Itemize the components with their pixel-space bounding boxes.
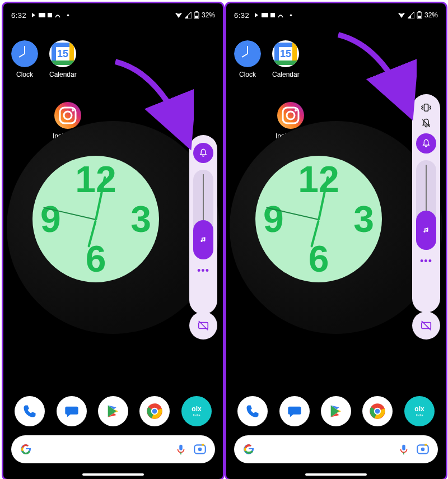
music-note-icon <box>199 236 207 244</box>
clock-app-icon <box>234 40 261 67</box>
status-bar: 6:32 • 32% <box>3 3 223 24</box>
app-label: Clock <box>16 71 33 78</box>
svg-text:15: 15 <box>57 48 68 59</box>
svg-point-54 <box>375 409 380 414</box>
dock-phone[interactable] <box>237 396 268 426</box>
annotation-arrow <box>333 29 417 124</box>
more-volume-button[interactable]: ••• <box>197 265 209 277</box>
nav-handle[interactable] <box>305 473 367 476</box>
app-clock[interactable]: Clock <box>11 40 38 78</box>
svg-rect-57 <box>402 445 405 450</box>
dock: olxIndia <box>226 396 446 426</box>
svg-rect-33 <box>418 11 421 12</box>
ring-mode-button[interactable] <box>193 143 213 163</box>
slider-track-line <box>203 174 204 220</box>
app-calendar[interactable]: 15 Calendar <box>49 40 77 78</box>
status-bar: 6:32 • 32% <box>226 3 446 24</box>
dock-phone[interactable] <box>15 396 45 426</box>
status-battery: 32% <box>202 11 215 19</box>
svg-rect-61 <box>424 444 427 445</box>
svg-text:India: India <box>416 413 423 417</box>
vibrate-icon <box>420 103 432 113</box>
olx-icon: olxIndia <box>185 403 208 419</box>
media-volume-slider[interactable] <box>416 160 436 250</box>
mute-mode-button[interactable] <box>416 117 436 130</box>
svg-point-47 <box>295 109 297 111</box>
svg-rect-12 <box>52 61 74 65</box>
mic-icon[interactable] <box>175 443 187 455</box>
nav-handle[interactable] <box>82 473 144 476</box>
slider-track-line <box>426 165 427 211</box>
bell-off-icon <box>421 118 432 129</box>
phone-icon <box>22 403 38 419</box>
search-bar[interactable] <box>11 435 215 463</box>
svg-rect-29 <box>202 444 204 445</box>
slider-thumb[interactable] <box>193 220 213 259</box>
signal-icon <box>185 12 192 18</box>
dock-messages[interactable] <box>279 396 310 426</box>
battery-icon <box>417 11 422 19</box>
caption-toggle[interactable] <box>412 311 440 340</box>
svg-text:15: 15 <box>280 48 291 59</box>
status-dot: • <box>67 11 69 20</box>
dock-chrome[interactable] <box>362 396 393 426</box>
caption-off-icon <box>420 319 432 332</box>
svg-rect-4 <box>195 16 198 18</box>
vibrate-mode-button[interactable] <box>416 101 436 114</box>
svg-text:olx: olx <box>414 405 424 413</box>
caption-toggle[interactable] <box>189 311 217 340</box>
more-volume-button[interactable]: ••• <box>420 255 432 267</box>
svg-rect-3 <box>195 11 198 12</box>
dock-olx[interactable]: olxIndia <box>181 396 212 426</box>
lens-icon[interactable] <box>193 442 207 457</box>
clock-app-icon <box>11 40 38 67</box>
caption-off-icon <box>197 319 209 332</box>
dock-olx[interactable]: olxIndia <box>404 396 435 426</box>
volume-panel-expanded[interactable]: ••• <box>412 94 440 313</box>
clock-num-12: 12 <box>75 158 116 201</box>
google-g-icon <box>19 443 32 456</box>
lens-icon[interactable] <box>416 442 430 457</box>
search-bar[interactable] <box>234 435 438 463</box>
dock-messages[interactable] <box>57 396 87 426</box>
svg-point-28 <box>198 448 202 452</box>
dock: olxIndia <box>3 396 223 426</box>
ring-mode-button[interactable] <box>416 133 436 154</box>
clock-widget[interactable]: 12 3 6 9 <box>32 156 159 282</box>
clock-widget[interactable]: 12 3 6 9 <box>255 156 382 282</box>
clock-num-9: 9 <box>40 198 61 240</box>
svg-rect-1 <box>48 13 52 17</box>
dock-play-store[interactable] <box>321 396 351 426</box>
phone-icon <box>245 403 260 419</box>
calendar-app-icon: 15 <box>49 40 76 67</box>
bell-icon <box>421 138 431 148</box>
chrome-icon <box>369 403 386 420</box>
play-store-icon <box>328 403 344 419</box>
svg-text:olx: olx <box>192 405 202 413</box>
media-volume-slider[interactable] <box>193 170 213 259</box>
messages-icon <box>64 403 80 419</box>
play-store-icon <box>105 403 121 419</box>
status-icons-left <box>30 12 63 18</box>
dock-chrome[interactable] <box>139 396 170 426</box>
svg-rect-42 <box>274 61 297 65</box>
phone-right: 6:32 • 32% Clock 15 Calendar Instagram 1… <box>225 2 447 479</box>
mic-icon[interactable] <box>398 443 410 455</box>
svg-point-17 <box>72 109 74 111</box>
app-row-1: Clock 15 Calendar <box>11 40 77 78</box>
clock-num-12: 12 <box>298 158 339 201</box>
calendar-app-icon: 15 <box>272 40 299 67</box>
slider-thumb[interactable] <box>416 211 436 250</box>
status-time: 6:32 <box>11 11 26 20</box>
svg-rect-0 <box>39 13 45 17</box>
app-clock[interactable]: Clock <box>234 40 261 78</box>
app-label: Clock <box>239 71 256 78</box>
svg-rect-34 <box>418 16 421 18</box>
status-time: 6:32 <box>234 11 249 20</box>
app-label: Calendar <box>49 71 77 78</box>
app-calendar[interactable]: 15 Calendar <box>272 40 300 78</box>
dock-play-store[interactable] <box>98 396 128 426</box>
app-row-1: Clock 15 Calendar <box>234 40 300 78</box>
svg-rect-25 <box>179 445 183 450</box>
volume-panel[interactable]: ••• <box>189 135 217 314</box>
